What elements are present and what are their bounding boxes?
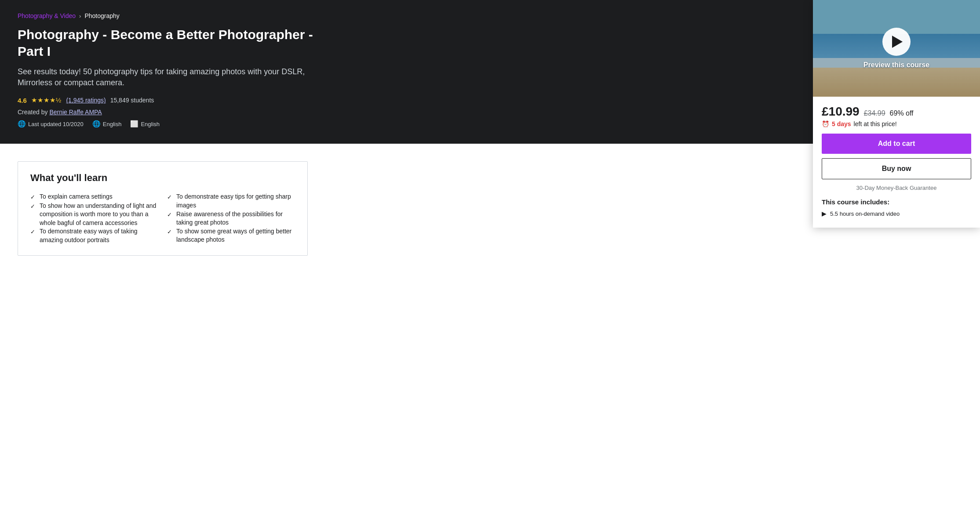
buy-now-button[interactable]: Buy now xyxy=(822,158,971,179)
clock-icon: ⏰ xyxy=(822,120,829,127)
course-card: Preview this course £10.99 £34.99 69% of… xyxy=(813,0,980,228)
urgency-days: 5 days xyxy=(832,120,851,127)
learn-box: What you'll learn ✓ To explain camera se… xyxy=(18,161,308,255)
stars: ★★★★½ xyxy=(31,96,62,104)
breadcrumb-parent-link[interactable]: Photography & Video xyxy=(18,12,76,19)
creator-row: Created by Bernie Raffe AMPA xyxy=(18,109,317,116)
play-icon xyxy=(892,36,903,48)
learn-item-text: To demonstrate easy ways of taking amazi… xyxy=(40,227,158,244)
check-icon: ✓ xyxy=(167,211,172,219)
meta-last-updated: 🌐 Last updated 10/2020 xyxy=(18,120,84,128)
includes-title: This course includes: xyxy=(822,198,971,206)
includes-video-text: 5.5 hours on-demand video xyxy=(830,210,900,217)
list-item: ✓ To explain camera settings xyxy=(30,192,158,201)
globe-icon: 🌐 xyxy=(18,120,26,128)
check-icon: ✓ xyxy=(167,193,172,201)
list-item: ✓ Raise awareness of the possibilities f… xyxy=(167,210,295,227)
original-price: £34.99 xyxy=(864,109,885,117)
meta-row: 🌐 Last updated 10/2020 🌐 English ⬜ Engli… xyxy=(18,120,317,128)
learn-item-text: Raise awareness of the possibilities for… xyxy=(176,210,295,227)
learn-title: What you'll learn xyxy=(30,172,295,184)
urgency-text: left at this price! xyxy=(854,120,897,127)
breadcrumb-separator: › xyxy=(79,13,81,19)
learn-item-text: To demonstrate easy tips for getting sha… xyxy=(176,192,295,210)
learn-col-left: ✓ To explain camera settings ✓ To show h… xyxy=(30,192,158,244)
video-icon: ▶ xyxy=(822,210,827,217)
creator-prefix: Created by xyxy=(18,109,47,116)
language-text: English xyxy=(103,121,122,127)
list-item: ✓ To show some great ways of getting bet… xyxy=(167,227,295,244)
learn-item-text: To show how an understanding of light an… xyxy=(40,202,158,228)
learn-item-text: To explain camera settings xyxy=(40,192,113,201)
preview-thumbnail[interactable]: Preview this course xyxy=(813,0,980,97)
meta-language: 🌐 English xyxy=(92,120,122,128)
card-body: £10.99 £34.99 69% off ⏰ 5 days left at t… xyxy=(813,97,980,228)
learn-grid: ✓ To explain camera settings ✓ To show h… xyxy=(30,192,295,244)
creator-link[interactable]: Bernie Raffe AMPA xyxy=(49,109,102,116)
list-item: ✓ To demonstrate easy tips for getting s… xyxy=(167,192,295,210)
rating-count-link[interactable]: (1,945 ratings) xyxy=(66,97,106,104)
learn-item-text: To show some great ways of getting bette… xyxy=(176,227,295,244)
current-price: £10.99 xyxy=(822,105,860,119)
language-icon: 🌐 xyxy=(92,120,101,128)
students-count: 15,849 students xyxy=(110,97,154,104)
play-overlay: Preview this course xyxy=(813,0,980,97)
guarantee-text: 30-Day Money-Back Guarantee xyxy=(822,185,971,191)
course-subtitle: See results today! 50 photography tips f… xyxy=(18,66,317,88)
rating-row: 4.6 ★★★★½ (1,945 ratings) 15,849 student… xyxy=(18,96,317,104)
add-to-cart-button[interactable]: Add to cart xyxy=(822,134,971,154)
list-item: ✓ To demonstrate easy ways of taking ama… xyxy=(30,227,158,244)
hero-content: Photography & Video › Photography Photog… xyxy=(18,12,317,128)
meta-captions: ⬜ English xyxy=(130,120,160,128)
hero-section: Photography & Video › Photography Photog… xyxy=(0,0,980,144)
captions-icon: ⬜ xyxy=(130,120,138,128)
breadcrumb-current: Photography xyxy=(84,12,119,19)
learn-col-right: ✓ To demonstrate easy tips for getting s… xyxy=(167,192,295,244)
urgency-row: ⏰ 5 days left at this price! xyxy=(822,120,971,127)
check-icon: ✓ xyxy=(167,228,172,236)
check-icon: ✓ xyxy=(30,203,35,210)
price-row: £10.99 £34.99 69% off xyxy=(822,105,971,119)
breadcrumb: Photography & Video › Photography xyxy=(18,12,317,19)
list-item: ✓ To show how an understanding of light … xyxy=(30,202,158,228)
check-icon: ✓ xyxy=(30,193,35,201)
play-button[interactable] xyxy=(882,28,911,56)
course-title: Photography - Become a Better Photograph… xyxy=(18,26,317,59)
last-updated-text: Last updated 10/2020 xyxy=(28,121,84,127)
captions-text: English xyxy=(141,121,160,127)
main-content: What you'll learn ✓ To explain camera se… xyxy=(0,144,325,286)
discount-label: 69% off xyxy=(890,109,914,117)
check-icon: ✓ xyxy=(30,228,35,236)
rating-score: 4.6 xyxy=(18,97,27,104)
preview-label: Preview this course xyxy=(863,61,929,69)
includes-video-item: ▶ 5.5 hours on-demand video xyxy=(822,210,971,217)
